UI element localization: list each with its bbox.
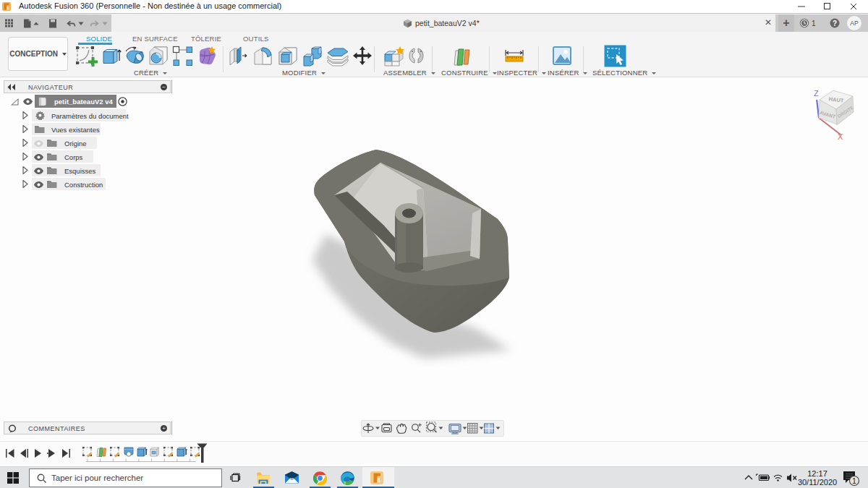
svg-text:?: ? [833,20,837,27]
svg-text:1: 1 [852,476,856,485]
svg-text:Z: Z [814,89,819,98]
svg-text:1: 1 [812,20,816,27]
svg-text:X: X [838,132,843,141]
